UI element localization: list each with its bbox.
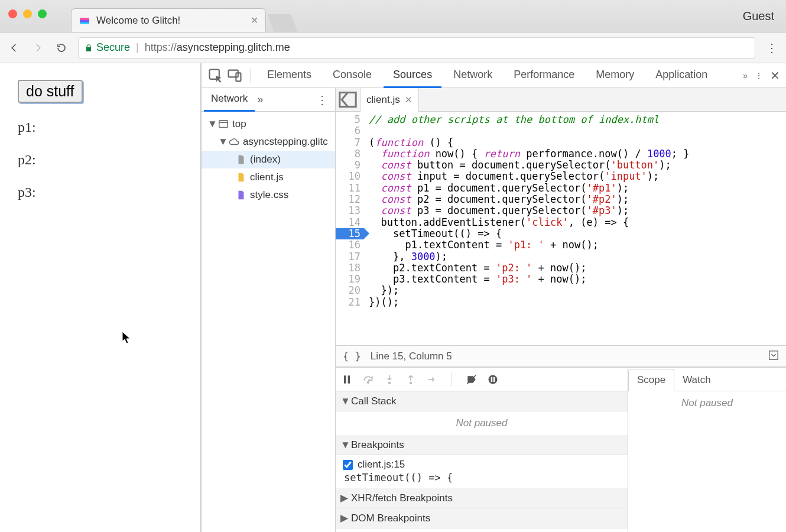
debugger-controls: [336, 368, 628, 391]
svg-point-14: [410, 382, 412, 384]
line-gutter[interactable]: 56789 1011121314 15 161718192021: [336, 112, 364, 345]
editor-tab-clientjs[interactable]: client.js ✕: [360, 88, 419, 112]
tree-domain-label: asyncstepping.glitc: [243, 136, 328, 148]
devtools-close-icon[interactable]: ✕: [770, 69, 780, 83]
breakpoint-item[interactable]: client.js:15: [336, 455, 628, 472]
url-separator: |: [136, 41, 139, 54]
tab-performance[interactable]: Performance: [504, 63, 584, 88]
browser-tab[interactable]: Welcome to Glitch! ✕: [71, 8, 266, 32]
do-stuff-button[interactable]: do stuff: [18, 80, 83, 103]
profile-label[interactable]: Guest: [743, 9, 774, 23]
tree-domain[interactable]: ▼ asyncstepping.glitc: [202, 133, 335, 151]
svg-rect-2: [80, 22, 89, 24]
debugger-left: ▼ Call Stack Not paused ▼ Breakpoints cl…: [336, 368, 628, 532]
p3-text: p3:: [18, 184, 183, 200]
code-content[interactable]: // add other scripts at the bottom of in…: [364, 112, 786, 345]
browser-menu-icon[interactable]: ⋮: [765, 41, 779, 55]
chevron-right-icon: ▶: [340, 512, 347, 524]
more-tabs-icon[interactable]: »: [743, 71, 748, 80]
tab-sources[interactable]: Sources: [384, 63, 441, 88]
chevron-down-icon: ▼: [207, 118, 215, 130]
svg-point-16: [489, 375, 498, 384]
reload-button[interactable]: [54, 41, 69, 55]
debugger-right: Scope Watch Not paused: [628, 368, 786, 532]
editor-tab-close-icon[interactable]: ✕: [405, 95, 413, 105]
p2-text: p2:: [18, 152, 183, 168]
svg-rect-0: [80, 18, 89, 20]
call-stack-label: Call Stack: [351, 395, 397, 407]
debugger-pane: ▼ Call Stack Not paused ▼ Breakpoints cl…: [336, 366, 786, 532]
inspect-element-icon[interactable]: [207, 67, 224, 84]
css-file-icon: [236, 190, 246, 200]
devtools-menu-icon[interactable]: ⋮: [755, 71, 763, 80]
breakpoints-header[interactable]: ▼ Breakpoints: [336, 435, 628, 455]
svg-rect-17: [491, 377, 493, 381]
scope-not-paused: Not paused: [628, 391, 786, 415]
browser-toolbar: Secure | https://asyncstepping.glitch.me…: [0, 33, 786, 63]
pretty-print-icon[interactable]: { }: [343, 351, 361, 362]
deactivate-breakpoints-button[interactable]: [465, 373, 478, 386]
pause-button[interactable]: [340, 373, 353, 386]
scope-tab[interactable]: Scope: [628, 369, 674, 391]
address-bar[interactable]: Secure | https://asyncstepping.glitch.me: [78, 37, 755, 59]
svg-rect-18: [493, 377, 495, 381]
editor-tab-label: client.js: [366, 94, 400, 106]
back-button[interactable]: [7, 41, 21, 55]
navigator-menu-icon[interactable]: ⋮: [311, 93, 333, 107]
device-toolbar-icon[interactable]: [226, 67, 243, 84]
glitch-favicon-icon: [79, 15, 90, 27]
step-into-button[interactable]: [383, 373, 396, 386]
breakpoint-snippet: setTimeout(() => {: [336, 472, 628, 488]
dom-breakpoints-header[interactable]: ▶ DOM Breakpoints: [336, 508, 628, 528]
tab-network[interactable]: Network: [444, 63, 502, 88]
tree-top[interactable]: ▼ top: [202, 115, 335, 133]
step-over-button[interactable]: [362, 373, 375, 386]
tree-file-label: (index): [250, 154, 281, 166]
chevron-right-icon: ▶: [340, 492, 347, 504]
tab-close-icon[interactable]: ✕: [251, 15, 258, 26]
svg-rect-9: [769, 351, 778, 359]
chevron-down-icon: ▼: [340, 439, 347, 451]
window-icon: [218, 119, 229, 129]
devtools-panel: Elements Console Sources Network Perform…: [202, 63, 786, 532]
file-tree[interactable]: ▼ top ▼ asyncstepping.glitc (index): [202, 112, 335, 532]
breakpoint-checkbox[interactable]: [343, 460, 353, 470]
url-host: asyncstepping.glitch.me: [177, 41, 290, 53]
watch-tab[interactable]: Watch: [674, 369, 719, 391]
call-stack-header[interactable]: ▼ Call Stack: [336, 391, 628, 411]
collapse-icon[interactable]: [768, 350, 779, 362]
tree-file-clientjs[interactable]: client.js: [202, 168, 335, 186]
page-viewport: do stuff p1: p2: p3:: [0, 63, 202, 532]
code-editor[interactable]: 56789 1011121314 15 161718192021 // add …: [336, 112, 786, 345]
tab-elements[interactable]: Elements: [258, 63, 321, 88]
new-tab-button[interactable]: [268, 14, 298, 32]
tree-top-label: top: [232, 118, 246, 130]
step-button[interactable]: [426, 373, 439, 386]
forward-button[interactable]: [31, 41, 45, 55]
scope-tabbar: Scope Watch: [628, 368, 786, 391]
window-zoom-icon[interactable]: [38, 9, 47, 18]
chevron-down-icon: ▼: [340, 395, 347, 407]
breakpoint-marker[interactable]: 15: [336, 228, 364, 239]
xhr-breakpoints-header[interactable]: ▶ XHR/fetch Breakpoints: [336, 488, 628, 508]
step-out-button[interactable]: [404, 373, 417, 386]
tab-application[interactable]: Application: [646, 63, 717, 88]
svg-point-12: [368, 381, 369, 383]
p1-text: p1:: [18, 119, 183, 135]
navigator-tab-network[interactable]: Network: [204, 88, 255, 112]
editor-nav-history-icon[interactable]: [336, 88, 360, 112]
tree-file-stylecss[interactable]: style.css: [202, 186, 335, 204]
pause-on-exceptions-button[interactable]: [486, 373, 499, 386]
window-traffic-lights: [8, 9, 47, 18]
editor-tabbar: client.js ✕: [336, 88, 786, 112]
window-minimize-icon[interactable]: [23, 9, 32, 18]
url-text: https://asyncstepping.glitch.me: [145, 41, 290, 54]
svg-rect-1: [80, 20, 89, 22]
sources-navigator: Network » ⋮ ▼ top ▼ asyncstepping.glitc: [202, 88, 336, 532]
window-close-icon[interactable]: [8, 9, 17, 18]
tab-memory[interactable]: Memory: [586, 63, 644, 88]
tree-file-index[interactable]: (index): [202, 151, 335, 168]
tab-console[interactable]: Console: [323, 63, 381, 88]
secure-label: Secure: [96, 41, 130, 54]
navigator-more-icon[interactable]: »: [257, 93, 263, 106]
